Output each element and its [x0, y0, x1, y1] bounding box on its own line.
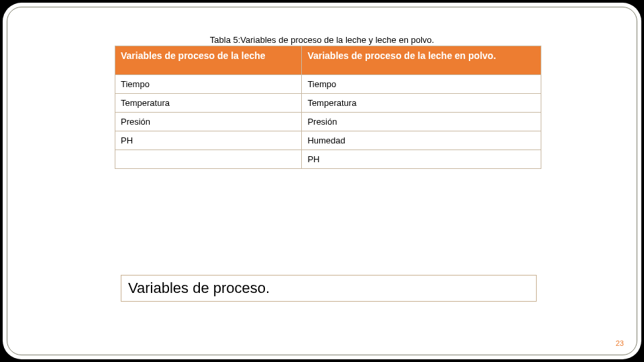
table-caption: Tabla 5:Variables de proceso de la leche… — [3, 35, 641, 45]
cell: PH — [302, 149, 541, 168]
cell: Temperatura — [115, 93, 302, 112]
slide-title: Variables de proceso. — [121, 275, 537, 302]
table-row: PH Humedad — [115, 131, 541, 149]
table-row: Presión Presión — [115, 112, 541, 131]
cell: Temperatura — [302, 93, 541, 112]
cell: Tiempo — [115, 74, 302, 93]
table-row: Temperatura Temperatura — [115, 93, 541, 112]
cell: Tiempo — [302, 74, 541, 93]
table-row: PH — [115, 149, 541, 168]
table-header-row: Variables de proceso de la leche Variabl… — [115, 46, 541, 75]
table-row: Tiempo Tiempo — [115, 74, 541, 93]
slide: Tabla 5:Variables de proceso de la leche… — [3, 3, 641, 359]
col-header-polvo: Variables de proceso de la leche en polv… — [302, 46, 541, 75]
cell: Presión — [302, 112, 541, 131]
cell: PH — [115, 131, 302, 149]
cell: Humedad — [302, 131, 541, 149]
variables-table: Variables de proceso de la leche Variabl… — [115, 46, 541, 169]
cell-empty — [115, 149, 302, 168]
cell: Presión — [115, 112, 302, 131]
col-header-leche: Variables de proceso de la leche — [115, 46, 302, 75]
page-number: 23 — [616, 339, 624, 347]
